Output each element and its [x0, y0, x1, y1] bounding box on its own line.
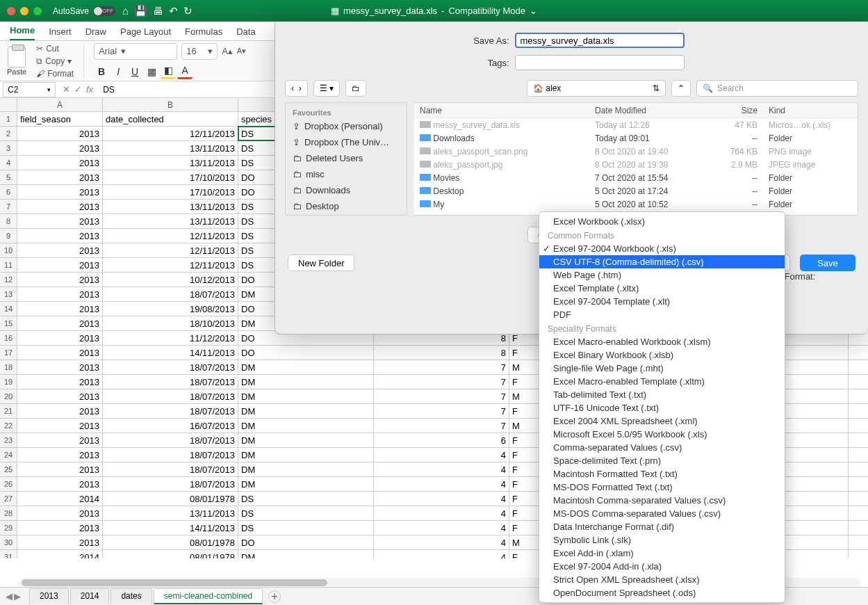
cell[interactable]: 4 [374, 506, 509, 520]
cell[interactable]: 4 [374, 448, 509, 462]
underline-button[interactable]: U [127, 64, 142, 79]
header-cell[interactable]: field_season [17, 112, 103, 126]
cell[interactable]: 18/07/2013 [103, 287, 238, 301]
cell[interactable]: 17/10/2013 [103, 170, 238, 184]
fill-color-button[interactable]: ◧ [161, 64, 176, 79]
cell[interactable]: 2013 [17, 273, 103, 287]
cell[interactable]: DM [238, 375, 374, 389]
cell[interactable]: 2013 [17, 375, 103, 389]
document-title[interactable]: ▦ messy_survey_data.xls - Compatibility … [331, 6, 537, 16]
format-option[interactable]: PDF [539, 308, 785, 321]
toggle-off[interactable]: OFF [93, 6, 115, 16]
cell[interactable]: 13/11/2013 [103, 141, 238, 155]
format-option[interactable]: Excel Binary Workbook (.xlsb) [539, 348, 785, 362]
cell[interactable]: 7 [374, 389, 509, 403]
ribbon-tab-page-layout[interactable]: Page Layout [120, 26, 171, 40]
size-select[interactable]: 16▾ [181, 43, 218, 60]
cell[interactable]: DM [238, 477, 374, 491]
cell[interactable]: 08/01/1978 [103, 492, 238, 506]
cell[interactable]: 7 [374, 375, 509, 389]
back-fwd[interactable]: ‹ › [285, 80, 308, 97]
cell[interactable]: DS [238, 506, 374, 520]
cell[interactable]: 8 [374, 346, 509, 360]
cell[interactable]: 2013 [17, 506, 103, 520]
row-number[interactable]: 26 [0, 477, 17, 491]
cell[interactable]: 13/11/2013 [103, 156, 238, 170]
cell[interactable]: 18/07/2013 [103, 404, 238, 418]
cell[interactable]: DM [238, 389, 374, 403]
chevron-left-icon[interactable]: ‹ [291, 83, 294, 93]
ribbon-tab-insert[interactable]: Insert [49, 26, 72, 40]
cell[interactable]: 2013 [17, 389, 103, 403]
cell[interactable]: 17/10/2013 [103, 185, 238, 199]
sidebar-item[interactable]: ⇪Dropbox (The Univ… [286, 134, 407, 150]
row-number[interactable]: 2 [0, 127, 17, 140]
cell[interactable]: DM [238, 448, 374, 462]
col-size[interactable]: Size [706, 106, 763, 115]
cell[interactable]: DS [238, 521, 374, 535]
cell[interactable]: 2013 [17, 141, 103, 155]
cell[interactable]: 18/07/2013 [103, 477, 238, 491]
cell[interactable]: 2013 [17, 448, 103, 462]
cell[interactable]: 18/07/2013 [103, 448, 238, 462]
new-folder-button[interactable]: New Folder [288, 255, 354, 271]
cell[interactable]: DM [238, 360, 374, 374]
cancel-formula-icon[interactable]: ✕ [63, 84, 70, 95]
cell[interactable]: 2013 [17, 200, 103, 213]
cell[interactable]: 2013 [17, 229, 103, 243]
format-option[interactable]: OpenDocument Spreadsheet (.ods) [539, 586, 785, 599]
cell[interactable]: 12/11/2013 [103, 127, 238, 140]
sheet-prev-icon[interactable]: ◀ [6, 591, 13, 602]
cell[interactable]: 13/11/2013 [103, 214, 238, 228]
row-number[interactable]: 1 [0, 112, 17, 126]
cell[interactable]: 4 [374, 535, 509, 549]
file-row[interactable]: aleks_passport.jpg8 Oct 2020 at 19:382.9… [414, 158, 858, 171]
row-number[interactable]: 13 [0, 287, 17, 301]
format-option[interactable]: Data Interchange Format (.dif) [539, 520, 785, 533]
cell[interactable]: 2013 [17, 302, 103, 316]
format-option[interactable]: Macintosh Formatted Text (.txt) [539, 467, 785, 481]
col-header[interactable]: A [17, 98, 103, 111]
row-number[interactable]: 6 [0, 185, 17, 199]
view-mode[interactable]: ☰ ▾ [313, 80, 340, 97]
chevron-right-icon[interactable]: › [299, 83, 302, 93]
cell[interactable]: 2013 [17, 170, 103, 184]
sidebar-item[interactable]: 🗀Downloads [286, 182, 407, 198]
format-option[interactable]: Microsoft Excel 5.0/95 Workbook (.xls) [539, 428, 785, 441]
cell[interactable]: 2013 [17, 433, 103, 447]
sheet-tab[interactable]: dates [110, 588, 152, 604]
format-option[interactable]: Web Page (.htm) [539, 268, 785, 282]
row-number[interactable]: 16 [0, 331, 17, 345]
cell[interactable]: 4 [374, 462, 509, 476]
format-option[interactable]: Excel Workbook (.xlsx) [539, 215, 785, 228]
cell[interactable]: 2013 [17, 346, 103, 360]
row-number[interactable]: 12 [0, 273, 17, 287]
ribbon-tab-data[interactable]: Data [236, 26, 255, 40]
sidebar-item[interactable]: 🗀Deleted Users [286, 150, 407, 166]
cell[interactable]: 2013 [17, 214, 103, 228]
file-row[interactable]: Desktop5 Oct 2020 at 17:24--Folder [414, 184, 858, 197]
col-name[interactable]: Name [414, 106, 589, 115]
sidebar-item[interactable]: 🗀misc [286, 166, 407, 182]
format-option[interactable]: Comma-separated Values (.csv) [539, 441, 785, 454]
row-number[interactable]: 21 [0, 404, 17, 418]
cell[interactable]: DM [238, 433, 374, 447]
file-row[interactable]: DownloadsToday at 09:01--Folder [414, 131, 858, 145]
cell[interactable]: 12/11/2013 [103, 243, 238, 257]
row-number[interactable]: 31 [0, 550, 17, 558]
tags-input[interactable] [515, 55, 685, 70]
format-option[interactable]: Macintosh Comma-separated Values (.csv) [539, 494, 785, 507]
cell[interactable]: 14/11/2013 [103, 521, 238, 535]
undo-icon[interactable]: ↶ [169, 5, 178, 17]
format-option[interactable]: MS-DOS Formatted Text (.txt) [539, 481, 785, 494]
sidebar-item[interactable]: 🗀Desktop [286, 198, 407, 214]
italic-button[interactable]: I [110, 64, 126, 79]
format-option[interactable]: Symbolic Link (.slk) [539, 533, 785, 547]
select-all-corner[interactable] [0, 98, 17, 111]
accept-formula-icon[interactable]: ✓ [74, 84, 82, 95]
cell[interactable]: 18/07/2013 [103, 433, 238, 447]
redo-icon[interactable]: ↻ [183, 5, 193, 17]
row-number[interactable]: 27 [0, 492, 17, 506]
cell[interactable]: 2013 [17, 156, 103, 170]
file-row[interactable]: Movies7 Oct 2020 at 15:54--Folder [414, 171, 858, 184]
